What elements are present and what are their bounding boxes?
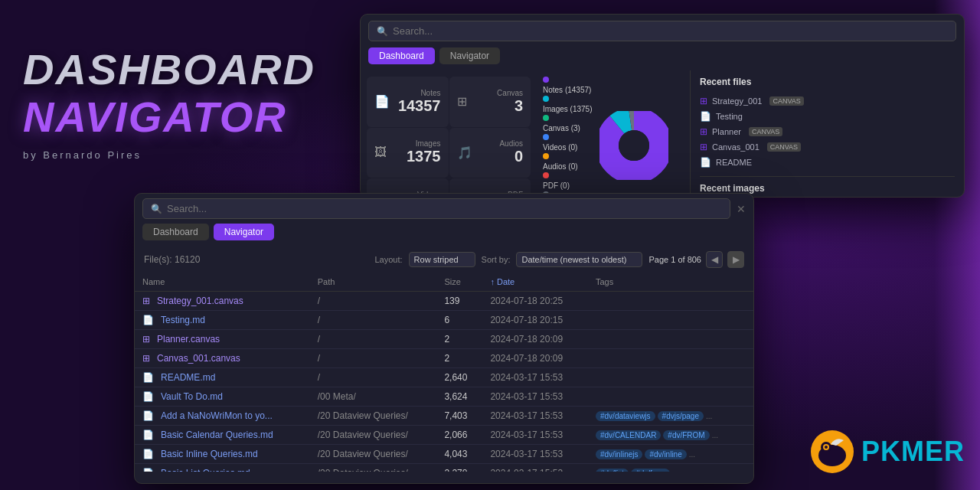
w2-close-btn[interactable]: ✕: [737, 203, 746, 215]
file-link[interactable]: 📄Basic List Queries.md: [142, 468, 302, 472]
page-indicator: Page 1 of 806: [648, 255, 701, 264]
file-path: /20 Dataview Queries/: [310, 426, 437, 445]
file-link[interactable]: 📄Vault To Do.md: [142, 391, 302, 402]
file-size: 3,624: [436, 387, 482, 407]
table-row[interactable]: ⊞Planner.canvas / 2 2024-07-18 20:09: [135, 330, 753, 349]
col-path[interactable]: Path: [310, 273, 437, 292]
w1-tab-dashboard[interactable]: Dashboard: [368, 47, 435, 64]
table-row[interactable]: ⊞Canvas_001.canvas / 2 2024-07-18 20:09: [135, 349, 753, 368]
w2-controls: Layout: Row striped Sort by: Date/time (…: [374, 251, 744, 268]
recent-filename-2: Planner: [712, 127, 741, 136]
table-row[interactable]: 📄README.md / 2,640 2024-03-17 15:53: [135, 368, 753, 387]
table-row[interactable]: 📄Basic List Queries.md /20 Dataview Quer…: [135, 464, 753, 472]
legend-videos: Videos (0): [543, 143, 592, 152]
col-name[interactable]: Name: [135, 273, 310, 292]
w2-search-icon: 🔍: [151, 204, 162, 214]
w1-search-input[interactable]: [393, 25, 948, 37]
file-size: 2: [436, 349, 482, 368]
file-link[interactable]: 📄README.md: [142, 372, 302, 383]
w1-search-bar[interactable]: 🔍: [368, 21, 956, 41]
table-row[interactable]: 📄Vault To Do.md /00 Meta/ 3,624 2024-03-…: [135, 387, 753, 407]
col-tags[interactable]: Tags: [588, 273, 753, 292]
tag-badge: #dv/FROM: [663, 430, 709, 440]
file-size: 2,640: [436, 368, 482, 387]
col-size[interactable]: Size: [436, 273, 482, 292]
w1-tab-navigator[interactable]: Navigator: [439, 47, 500, 64]
w2-tab-navigator[interactable]: Navigator: [214, 224, 274, 240]
w2-tab-dashboard[interactable]: Dashboard: [142, 224, 209, 240]
legend-pdf: PDF (0): [543, 181, 592, 190]
file-link[interactable]: 📄Basic Calendar Queries.md: [142, 430, 302, 440]
w2-search-input[interactable]: [167, 203, 722, 214]
images-icon: 🖼: [374, 145, 387, 159]
file-link[interactable]: 📄Basic Inline Queries.md: [142, 449, 302, 459]
pie-chart-wrap: Notes (14357) Images (1375) Canvas (3) V…: [543, 77, 668, 198]
file-date: 2024-07-18 20:15: [482, 311, 588, 330]
sort-select[interactable]: Date/time (newest to oldest): [516, 252, 642, 267]
stat-canvas: ⊞ Canvas 3: [449, 77, 531, 127]
w2-topbar: File(s): 16120 Layout: Row striped Sort …: [135, 247, 753, 273]
recent-file-4[interactable]: 📄 README: [700, 155, 955, 170]
recent-file-3[interactable]: ⊞ Canvas_001 CANVAS: [700, 139, 955, 155]
stat-audios: 🎵 Audios 0: [449, 128, 531, 178]
file-tags: #dv/list#dv/from...: [588, 464, 753, 472]
file-tags: #dv/inlinejs#dv/inline...: [588, 445, 753, 464]
file-date: 2024-03-17 15:53: [482, 387, 588, 407]
recent-filename-3: Canvas_001: [712, 142, 760, 152]
file-date: 2024-07-18 20:09: [482, 330, 588, 349]
search-icon: 🔍: [377, 26, 388, 37]
file-size: 2,066: [436, 426, 482, 445]
recent-filename-0: Strategy_001: [712, 96, 762, 106]
layout-label: Layout:: [374, 255, 402, 264]
file-link[interactable]: ⊞Canvas_001.canvas: [142, 353, 302, 364]
file-link[interactable]: 📄Add a NaNoWriMon to yo...: [142, 410, 302, 421]
table-row[interactable]: 📄Basic Calendar Queries.md /20 Dataview …: [135, 426, 753, 445]
images-value: 1375: [393, 148, 441, 165]
prev-page-btn[interactable]: ◀: [706, 251, 723, 268]
file-tags: [588, 387, 753, 407]
next-page-btn[interactable]: ▶: [727, 251, 744, 268]
tag-more[interactable]: ...: [672, 469, 678, 472]
file-path: /: [310, 368, 437, 387]
recent-filename-1: Testing: [716, 112, 743, 121]
file-link[interactable]: 📄Testing.md: [142, 315, 302, 325]
file-link[interactable]: ⊞Planner.canvas: [142, 334, 302, 345]
recent-file-2[interactable]: ⊞ Planner CANVAS: [700, 124, 955, 139]
stat-notes: 📄 Notes 14357: [367, 77, 449, 127]
recent-badge-0: CANVAS: [769, 96, 803, 106]
recent-file-0[interactable]: ⊞ Strategy_001 CANVAS: [700, 93, 955, 109]
w1-tab-row: Dashboard Navigator: [361, 47, 964, 70]
tag-more[interactable]: ...: [689, 450, 695, 459]
legend-notes: Notes (14357): [543, 86, 592, 94]
w2-files-count: File(s): 16120: [144, 254, 200, 265]
file-tags: #dv/CALENDAR#dv/FROM...: [588, 426, 753, 445]
audios-icon: 🎵: [457, 145, 472, 160]
table-row[interactable]: 📄Add a NaNoWriMon to yo... /20 Dataview …: [135, 407, 753, 426]
dashboard-window: 🔍 Dashboard Navigator 📄 Notes 14357 ⊞ Ca…: [360, 14, 965, 198]
table-row[interactable]: ⊞Strategy_001.canvas / 139 2024-07-18 20…: [135, 292, 753, 311]
w2-header: 🔍 ✕: [135, 194, 753, 219]
pagination: Page 1 of 806 ◀ ▶: [648, 251, 744, 268]
layout-select[interactable]: Row striped: [409, 252, 475, 267]
navigator-window: 🔍 ✕ Dashboard Navigator File(s): 16120 L…: [134, 193, 754, 484]
col-date[interactable]: ↑ TagsDate: [482, 273, 588, 292]
author-text: by Bernardo Pires: [23, 149, 315, 161]
tag-more[interactable]: ...: [706, 412, 712, 420]
file-size: 6: [436, 311, 482, 330]
w2-tab-row: Dashboard Navigator: [135, 219, 753, 247]
table-row[interactable]: 📄Testing.md / 6 2024-07-18 20:15: [135, 311, 753, 330]
recent-files-panel: Recent files ⊞ Strategy_001 CANVAS 📄 Tes…: [690, 70, 964, 198]
notes-info: Notes 14357: [396, 89, 441, 115]
file-link[interactable]: ⊞Strategy_001.canvas: [142, 296, 302, 306]
file-size: 4,043: [436, 445, 482, 464]
file-table-container[interactable]: Name Path Size ↑ TagsDate Tags ⊞Strategy…: [135, 273, 753, 472]
w2-search-bar[interactable]: 🔍: [142, 198, 730, 219]
tag-badge: #dv/dataviewjs: [596, 411, 655, 421]
images-info: Images 1375: [393, 139, 441, 165]
recent-file-1[interactable]: 📄 Testing: [700, 109, 955, 124]
tag-badge: #dv/CALENDAR: [596, 430, 661, 440]
table-row[interactable]: 📄Basic Inline Queries.md /20 Dataview Qu…: [135, 445, 753, 464]
canvas-label: Canvas: [473, 89, 524, 97]
audios-info: Audios 0: [479, 139, 524, 165]
tag-more[interactable]: ...: [712, 431, 718, 439]
